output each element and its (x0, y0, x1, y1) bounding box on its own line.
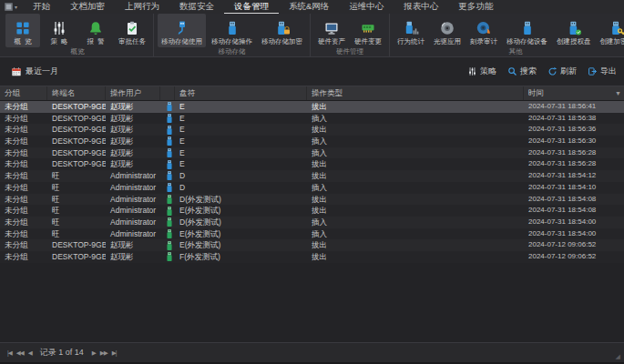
ribbon-group-2: 硬件资产硬件变更硬件管理 (311, 14, 390, 56)
ribbon-button-0-0[interactable]: 概览 (5, 14, 40, 47)
usb-device-icon (160, 194, 175, 205)
ribbon-button-3-0[interactable]: 行为统计 (394, 14, 428, 47)
column-header-4[interactable]: 盘符 (175, 86, 307, 100)
cell-time: 2024-07-31 18:54:00 (524, 228, 624, 240)
cell-terminal: DESKTOP-9GBNAB0 (47, 239, 106, 251)
ribbon-group-label: 硬件管理 (313, 47, 386, 56)
cell-terminal: 旺 (47, 228, 106, 240)
nav-left-buttons: |◀◀◀◀ (7, 349, 32, 357)
menu-tab-8[interactable]: 更多功能 (448, 0, 503, 14)
cell-terminal: 旺 (47, 182, 106, 194)
table-row[interactable]: 未分组DESKTOP-9GBNAB0赵现彬E插入2024-07-31 18:56… (0, 113, 624, 125)
menu-tab-7[interactable]: 报表中心 (394, 0, 448, 14)
cell-user: 赵现彬 (106, 239, 160, 251)
column-header-5[interactable]: 操作类型 (307, 86, 524, 100)
ribbon-button-3-5[interactable]: 创建加密盘 (597, 14, 624, 47)
menu-tab-5[interactable]: 系统&网络 (279, 0, 339, 14)
cell-user: 赵现彬 (106, 147, 160, 159)
nav-first-button[interactable]: |◀ (7, 349, 12, 357)
nav-last-button[interactable]: ▶| (112, 349, 117, 357)
column-header-label: 盘符 (179, 86, 195, 100)
cell-action: 拔出 (307, 158, 524, 170)
ribbon-button-1-0[interactable]: 移动存储使用 (158, 14, 206, 47)
column-header-0[interactable]: 分组 (0, 86, 47, 100)
table-row[interactable]: 未分组旺AdministratorE(外发测试)插入2024-07-31 18:… (0, 228, 624, 240)
ribbon-button-3-4[interactable]: 创建授权盘 (553, 14, 595, 47)
menu-tab-2[interactable]: 上网行为 (115, 0, 169, 14)
usb-stick-icon (224, 20, 240, 36)
table-row[interactable]: 未分组DESKTOP-9GBNAB0赵现彬E插入2024-07-31 18:56… (0, 136, 624, 147)
table-row[interactable]: 未分组DESKTOP-9GBNAB0赵现彬E(外发测试)拔出2024-07-12… (0, 239, 624, 251)
toolbar-policy-button[interactable]: 策略 (467, 66, 496, 77)
ribbon-button-3-3[interactable]: 移动存储设备 (503, 14, 551, 47)
column-header-label: 时间 (528, 86, 544, 100)
table-row[interactable]: 未分组旺AdministratorD(外发测试)拔出2024-07-31 18:… (0, 194, 624, 206)
column-header-3[interactable] (160, 86, 175, 100)
table-row[interactable]: 未分组旺AdministratorD拔出2024-07-31 18:54:12 (0, 170, 624, 182)
cell-drive: E (175, 101, 307, 113)
table-row[interactable]: 未分组旺AdministratorD插入2024-07-31 18:54:10 (0, 182, 624, 194)
sort-filter-arrow-icon[interactable]: ▼ (615, 86, 621, 100)
toolbar-search-button[interactable]: 搜索 (507, 66, 537, 77)
table-row[interactable]: 未分组DESKTOP-9GBNAB0赵现彬E插入2024-07-31 18:56… (0, 147, 624, 159)
nav-next-page-button[interactable]: ▶▶ (100, 349, 107, 357)
column-header-1[interactable]: 终端名 (47, 86, 106, 100)
cell-action: 插入 (307, 136, 524, 147)
ribbon-button-3-2[interactable]: 刻录审计 (466, 14, 501, 47)
cell-terminal: 旺 (47, 170, 106, 182)
cell-user: Administrator (106, 228, 160, 240)
menu-tab-3[interactable]: 数据安全 (169, 0, 224, 14)
usb-device-icon (160, 159, 175, 170)
menu-tab-0[interactable]: 开始 (23, 0, 60, 14)
cell-drive: E(外发测试) (175, 205, 307, 217)
app-icon[interactable] (4, 2, 14, 12)
cell-drive: E(外发测试) (175, 228, 307, 240)
cell-group: 未分组 (0, 217, 47, 228)
table-row[interactable]: 未分组DESKTOP-9GBNAB0赵现彬E拔出2024-07-31 18:56… (0, 101, 624, 113)
cell-time: 2024-07-31 18:54:08 (524, 194, 624, 206)
toolbar-export-button[interactable]: 导出 (588, 66, 617, 77)
nav-prev-button[interactable]: ◀ (28, 349, 32, 357)
usb-authorize-icon (566, 20, 582, 36)
table-row[interactable]: 未分组DESKTOP-9GBNAB0赵现彬E拔出2024-07-31 18:56… (0, 158, 624, 170)
column-header-6[interactable]: 时间▼ (524, 86, 624, 100)
usb-operations-table: 分组终端名操作用户盘符操作类型时间▼ 未分组DESKTOP-9GBNAB0赵现彬… (0, 86, 624, 342)
table-header: 分组终端名操作用户盘符操作类型时间▼ (0, 86, 624, 101)
usb-lock-icon (274, 20, 291, 36)
cell-drive: E (175, 124, 307, 136)
table-row[interactable]: 未分组旺AdministratorE(外发测试)拔出2024-07-31 18:… (0, 205, 624, 217)
resize-grip-icon[interactable]: ◢ (616, 353, 621, 360)
column-header-2[interactable]: 操作用户 (106, 86, 160, 100)
disc-burn-icon (476, 20, 492, 36)
ribbon-button-1-2[interactable]: 移动存储加密 (258, 14, 306, 47)
cell-user: 赵现彬 (106, 113, 160, 125)
cell-drive: D (175, 182, 307, 194)
ribbon-button-0-3[interactable]: 审批任务 (115, 14, 149, 47)
cell-time: 2024-07-31 18:54:12 (524, 170, 624, 182)
toolbar-refresh-button[interactable]: 刷新 (547, 66, 577, 77)
ribbon-button-0-1[interactable]: 策略 (42, 14, 77, 47)
date-range-label: 最近一月 (26, 66, 58, 77)
cell-drive: E(外发测试) (175, 239, 307, 251)
app-menu-caret-icon[interactable]: ▾ (15, 4, 17, 10)
ribbon-button-2-0[interactable]: 硬件资产 (314, 14, 349, 47)
nav-prev-page-button[interactable]: ◀◀ (16, 349, 24, 357)
ribbon-toolbar: 概览策略报警审批任务概览移动存储使用移动存储操作移动存储加密移动存储硬件资产硬件… (0, 14, 624, 57)
cell-user: 赵现彬 (106, 158, 160, 170)
table-row[interactable]: 未分组DESKTOP-9GBNAB0赵现彬F(外发测试)拔出2024-07-12… (0, 251, 624, 263)
menu-tab-4[interactable]: 设备管理 (224, 0, 279, 14)
ribbon-button-label: 创建加密盘 (600, 37, 624, 46)
search-icon (507, 66, 517, 76)
nav-next-button[interactable]: ▶ (92, 349, 96, 357)
cell-time: 2024-07-31 18:56:41 (524, 101, 624, 113)
menu-tab-1[interactable]: 文档加密 (60, 0, 115, 14)
table-row[interactable]: 未分组旺AdministratorD(外发测试)插入2024-07-31 18:… (0, 217, 624, 228)
date-range-filter[interactable]: 最近一月 (11, 66, 58, 77)
ribbon-button-0-2[interactable]: 报警 (78, 14, 113, 47)
table-row[interactable]: 未分组DESKTOP-9GBNAB0赵现彬E拔出2024-07-31 18:56… (0, 124, 624, 136)
ribbon-button-1-1[interactable]: 移动存储操作 (208, 14, 256, 47)
ribbon-button-2-1[interactable]: 硬件变更 (351, 14, 385, 47)
sliders-icon (467, 66, 477, 76)
menu-tab-6[interactable]: 运维中心 (339, 0, 394, 14)
ribbon-button-3-1[interactable]: 光驱应用 (430, 14, 465, 47)
